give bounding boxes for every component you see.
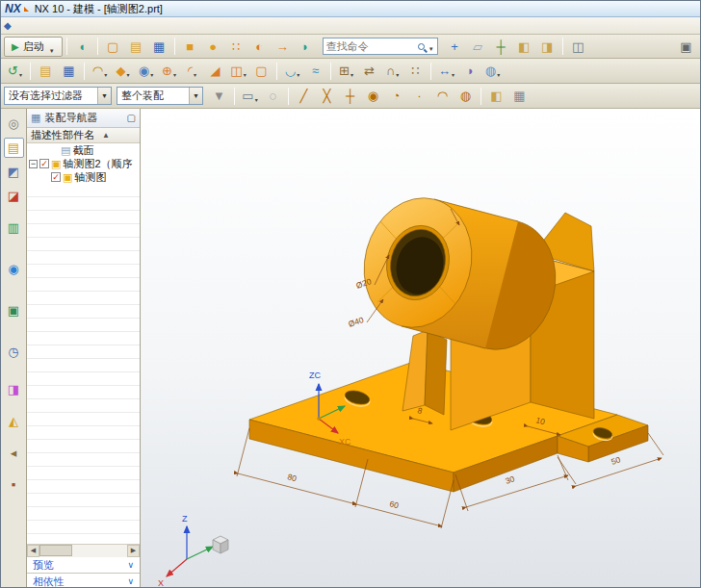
pattern-feature-icon[interactable]: ∷ (225, 37, 247, 57)
cylinder-feature-icon[interactable]: ● (202, 37, 224, 57)
expander-icon[interactable]: − (29, 160, 38, 168)
app-menu-icon[interactable]: ◆ (4, 20, 12, 31)
snap-point-on-curve-icon[interactable]: ◠ (431, 86, 454, 106)
graphics-canvas[interactable]: Ø20 Ø40 80 60 30 50 10 8 (141, 109, 701, 588)
menu-item[interactable] (131, 25, 141, 27)
assembly-navigator-tab[interactable]: ▤ (4, 138, 24, 158)
assembly-constraints-icon[interactable]: ∩ ▾ (381, 61, 403, 81)
menu-item[interactable] (73, 25, 83, 27)
save-icon[interactable]: ▦ (148, 37, 170, 57)
general-selection-filter-icon[interactable]: ▼ (208, 86, 230, 106)
datum-csys-icon[interactable]: ┼ (490, 37, 512, 57)
unite-icon[interactable]: ⊕ ▾ (158, 61, 180, 81)
scroll-left-button[interactable]: ◀ (27, 545, 39, 557)
menu-item[interactable] (92, 25, 102, 27)
window-icon[interactable]: ▣ (675, 37, 697, 57)
process-studio-tab[interactable]: ◭ (4, 411, 24, 431)
search-input[interactable] (326, 40, 415, 52)
snap-point-on-surface-icon[interactable]: ◍ (454, 86, 477, 106)
navigator-column-header[interactable]: 描述性部件名 ▲ (27, 128, 140, 143)
wireframe-view-icon[interactable]: ▦ (508, 86, 531, 106)
extrude-icon[interactable]: ◆ ▾ (112, 61, 134, 81)
roles-gear-icon[interactable]: ◎ (4, 114, 24, 134)
direct-sketch-icon[interactable]: ◖ (71, 37, 93, 57)
support-rib[interactable] (402, 330, 447, 415)
touch-mode-tab[interactable]: ◂ (4, 443, 24, 463)
shell-icon[interactable]: ▢ (250, 61, 273, 81)
chevron-down-icon[interactable]: ▼ (97, 88, 111, 104)
highlight-icon[interactable]: ◌ (262, 86, 284, 106)
snapshot-icon[interactable]: ◫ (567, 37, 589, 57)
point-icon[interactable]: + (444, 37, 466, 57)
search-icon[interactable] (418, 43, 425, 50)
chevron-down-icon[interactable]: ▼ (189, 88, 202, 104)
panel-pin-icon[interactable]: ▢ (127, 113, 136, 123)
object-display-icon[interactable]: ◑ (458, 61, 480, 81)
tree-row-sections[interactable]: ▤ 截面 (27, 143, 140, 157)
component-checkbox[interactable]: ✓ (39, 159, 49, 168)
undo-icon[interactable]: ↺ ▾ (4, 61, 26, 81)
edge-blend-icon[interactable]: ◜ ▾ (181, 61, 203, 81)
new-file-icon[interactable]: ▢ (102, 37, 124, 57)
menu-item[interactable] (35, 25, 44, 27)
through-curves-icon[interactable]: ◡ ▾ (281, 61, 303, 81)
hd3d-tool-tab[interactable]: ▣ (4, 300, 24, 320)
tree-row-axonometric2[interactable]: − ✓ ▣ 轴测图2（顺序 (27, 157, 140, 170)
hole-icon[interactable]: ◉ ▾ (135, 61, 157, 81)
scrollbar-track[interactable] (39, 545, 127, 557)
snap-midpoint-icon[interactable]: ╳ (316, 86, 338, 106)
move-object-icon[interactable]: → (272, 37, 294, 57)
menu-item[interactable] (54, 25, 64, 27)
search-caret-icon[interactable]: ▼ (428, 46, 434, 54)
orient-view-icon[interactable]: ◨ (536, 37, 558, 57)
scrollbar-thumb[interactable] (39, 545, 72, 556)
internet-explorer-tab[interactable]: ◉ (4, 259, 24, 279)
chamfer-icon[interactable]: ◢ (204, 61, 226, 81)
sort-ascending-icon[interactable]: ▲ (102, 131, 110, 140)
component-checkbox[interactable]: ✓ (51, 172, 61, 182)
menu-item[interactable] (64, 25, 73, 27)
snap-existing-point-icon[interactable]: ∙ (408, 86, 430, 106)
open-icon[interactable]: ▤ (125, 37, 147, 57)
constraint-navigator-tab[interactable]: ◩ (4, 162, 24, 182)
shaded-view-icon[interactable]: ◧ (485, 86, 507, 106)
select-rectangle-icon[interactable]: ▭ ▾ (239, 86, 261, 106)
menu-item[interactable] (83, 25, 92, 27)
show-hide-icon[interactable]: ◗ (295, 37, 317, 57)
datum-plane-icon[interactable]: ▱ (467, 37, 489, 57)
menu-item[interactable] (15, 25, 25, 27)
start-button[interactable]: ▶ 启动 ▼ (4, 37, 63, 57)
show-hide-toggle-icon[interactable]: ◍ ▾ (481, 61, 504, 81)
horizontal-scrollbar[interactable]: ◀ ▶ (27, 544, 140, 556)
assembly-tree[interactable]: ▤ 截面 − ✓ ▣ 轴测图2（顺序 ✓ ▣ 轴测图 (27, 143, 140, 544)
tree-row-axonometric[interactable]: ✓ ▣ 轴测图 (27, 170, 140, 184)
scroll-right-button[interactable]: ▶ (127, 545, 140, 557)
snap-intersection-icon[interactable]: ┼ (339, 86, 361, 106)
selection-scope-dropdown[interactable]: 整个装配 ▼ (117, 87, 203, 105)
pattern-component-icon[interactable]: ∷ (404, 61, 427, 81)
rib-right-face[interactable] (425, 330, 447, 415)
orientation-cube-icon[interactable] (213, 536, 228, 553)
graphics-viewport[interactable]: Ø20 Ø40 80 60 30 50 10 8 (141, 109, 700, 588)
menu-item[interactable] (102, 25, 112, 27)
move-component-icon[interactable]: ⇄ (358, 61, 380, 81)
preview-section-header[interactable]: 预览 ∨ (27, 556, 140, 573)
sketch-icon[interactable]: ◠ ▾ (89, 61, 111, 81)
menu-item[interactable] (112, 25, 121, 27)
swept-icon[interactable]: ≈ (304, 61, 326, 81)
3d-model[interactable] (249, 186, 648, 492)
part-navigator-tab[interactable]: ◪ (4, 186, 24, 206)
system-materials-tab[interactable]: ◨ (4, 379, 24, 399)
named-views-icon[interactable]: ◧ (513, 37, 535, 57)
snap-endpoint-icon[interactable]: ╱ (293, 86, 315, 106)
save-part-icon[interactable]: ▦ (58, 61, 80, 81)
menu-item[interactable] (25, 25, 35, 27)
dependencies-section-header[interactable]: 相依性 ∨ (27, 573, 140, 588)
mirror-feature-icon[interactable]: ◐ (248, 37, 271, 57)
measure-distance-icon[interactable]: ↔ ▾ (435, 61, 457, 81)
command-finder[interactable]: ▼ (323, 38, 438, 55)
snap-quadrant-icon[interactable]: ◔ (385, 86, 407, 106)
block-feature-icon[interactable]: ■ (179, 37, 201, 57)
selection-filter-dropdown[interactable]: 没有选择过滤器 ▼ (4, 87, 112, 105)
snap-arc-center-icon[interactable]: ◉ (362, 86, 384, 106)
